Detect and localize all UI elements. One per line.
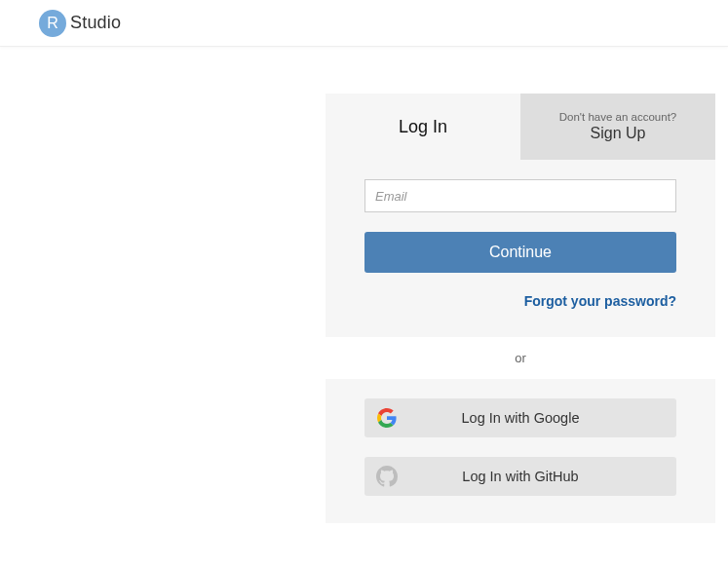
github-icon <box>364 466 409 487</box>
forgot-password-link[interactable]: Forgot your password? <box>524 293 676 309</box>
login-with-github-button[interactable]: Log In with GitHub <box>364 457 676 496</box>
login-form: Continue Forgot your password? <box>326 160 715 337</box>
tab-login[interactable]: Log In <box>326 94 520 160</box>
main: Log In Don't have an account? Sign Up Co… <box>0 47 728 523</box>
auth-tabs: Log In Don't have an account? Sign Up <box>326 94 715 160</box>
or-text: or <box>515 351 526 365</box>
or-divider: or <box>326 337 715 379</box>
logo-badge-letter: R <box>47 15 58 32</box>
auth-panel: Log In Don't have an account? Sign Up Co… <box>326 94 715 523</box>
header: R Studio <box>0 0 728 47</box>
email-field[interactable] <box>364 179 676 212</box>
forgot-row: Forgot your password? <box>364 292 676 310</box>
social-login-section: Log In with Google Log In with GitHub <box>326 379 715 523</box>
logo-text: Studio <box>70 13 121 33</box>
tab-login-title: Log In <box>399 117 447 137</box>
tab-signup-title: Sign Up <box>591 125 646 142</box>
login-with-google-button[interactable]: Log In with Google <box>364 398 676 437</box>
logo[interactable]: R Studio <box>39 10 121 37</box>
google-icon <box>364 408 409 428</box>
rstudio-logo-icon: R <box>39 10 66 37</box>
google-button-label: Log In with Google <box>409 410 676 426</box>
github-button-label: Log In with GitHub <box>409 469 676 484</box>
tab-signup-sub: Don't have an account? <box>559 111 676 123</box>
tab-signup[interactable]: Don't have an account? Sign Up <box>520 94 715 160</box>
continue-button[interactable]: Continue <box>364 232 676 273</box>
